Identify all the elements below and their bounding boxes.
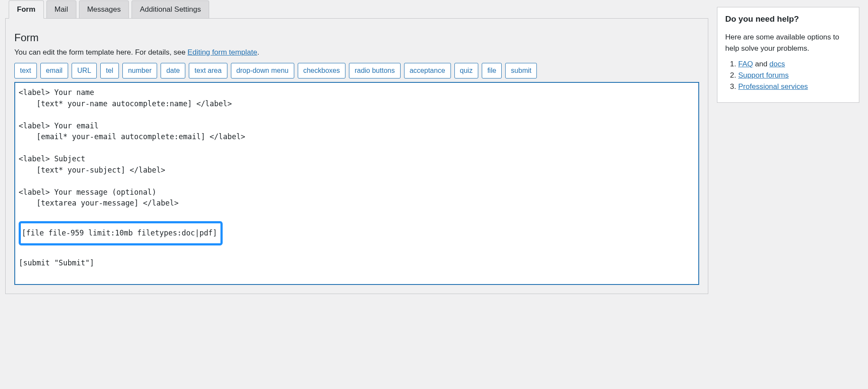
tag-button-text-area[interactable]: text area bbox=[189, 63, 227, 78]
tag-button-number[interactable]: number bbox=[122, 63, 157, 78]
panel-description: You can edit the form template here. For… bbox=[14, 48, 699, 57]
help-box: Do you need help? Here are some availabl… bbox=[717, 7, 859, 103]
tag-button-tel[interactable]: tel bbox=[100, 63, 119, 78]
tab-additional-settings[interactable]: Additional Settings bbox=[132, 0, 209, 19]
help-link[interactable]: Professional services bbox=[738, 82, 808, 91]
tag-button-checkboxes[interactable]: checkboxes bbox=[298, 63, 346, 78]
help-item: FAQ and docs bbox=[738, 60, 851, 69]
help-list: FAQ and docsSupport forumsProfessional s… bbox=[725, 60, 851, 91]
tag-button-date[interactable]: date bbox=[161, 63, 185, 78]
tag-button-acceptance[interactable]: acceptance bbox=[404, 63, 451, 78]
tag-button-drop-down-menu[interactable]: drop-down menu bbox=[231, 63, 294, 78]
help-intro: Here are some available options to help … bbox=[725, 32, 851, 54]
tag-button-radio-buttons[interactable]: radio buttons bbox=[349, 63, 401, 78]
help-item: Support forums bbox=[738, 71, 851, 80]
help-link[interactable]: FAQ bbox=[738, 60, 753, 68]
highlighted-file-line[interactable]: [file file-959 limit:10mb filetypes:doc|… bbox=[19, 221, 223, 245]
tag-button-text[interactable]: text bbox=[14, 63, 37, 78]
tag-button-submit[interactable]: submit bbox=[505, 63, 537, 78]
tab-form[interactable]: Form bbox=[9, 0, 44, 19]
help-link[interactable]: docs bbox=[769, 60, 785, 68]
tag-button-file[interactable]: file bbox=[482, 63, 502, 78]
tag-button-quiz[interactable]: quiz bbox=[454, 63, 478, 78]
form-panel: Form You can edit the form template here… bbox=[5, 18, 708, 294]
tab-row: FormMailMessagesAdditional Settings bbox=[5, 0, 708, 19]
tab-mail[interactable]: Mail bbox=[46, 0, 76, 19]
help-item: Professional services bbox=[738, 82, 851, 91]
help-link[interactable]: Support forums bbox=[738, 71, 789, 79]
tag-button-email[interactable]: email bbox=[40, 63, 68, 78]
tag-button-url[interactable]: URL bbox=[72, 63, 97, 78]
form-template-editor[interactable]: <label> Your name [text* your-name autoc… bbox=[14, 82, 699, 285]
editing-template-link[interactable]: Editing form template bbox=[187, 48, 257, 56]
tag-button-row: textemailURLtelnumberdatetext areadrop-d… bbox=[14, 63, 699, 78]
panel-heading: Form bbox=[14, 32, 699, 44]
tab-messages[interactable]: Messages bbox=[79, 0, 129, 19]
help-title: Do you need help? bbox=[725, 14, 851, 24]
